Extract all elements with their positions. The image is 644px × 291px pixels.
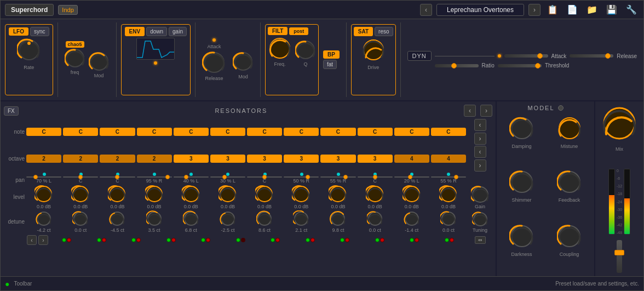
note-btn-9[interactable]: C (358, 128, 393, 136)
ch-on-11[interactable] (445, 238, 449, 242)
note-btn-8[interactable]: C (320, 128, 355, 136)
damping-knob[interactable] (509, 116, 534, 141)
freq-knob[interactable] (65, 48, 85, 69)
post-button[interactable]: post (289, 27, 308, 35)
q-knob[interactable] (295, 39, 316, 60)
down-button[interactable]: down (146, 27, 167, 36)
note-btn-1[interactable]: C (63, 128, 98, 136)
ch-on-7[interactable] (306, 238, 310, 242)
oct-btn-6[interactable]: 3 (247, 155, 282, 163)
detune-knob-11[interactable] (440, 210, 457, 227)
level-knob-10[interactable] (403, 185, 421, 203)
res-prev[interactable]: ‹ (464, 105, 476, 117)
note-btn-6[interactable]: C (247, 128, 282, 136)
oct-btn-1[interactable]: 2 (63, 155, 98, 163)
fat-button[interactable]: fat (323, 60, 337, 69)
preset-prev-button[interactable]: ‹ (420, 4, 432, 16)
link-button[interactable]: ⇔ (475, 236, 486, 244)
level-knob-6[interactable] (255, 185, 274, 203)
fx-button[interactable]: FX (4, 106, 19, 116)
env-attack-knob[interactable] (202, 50, 226, 75)
note-btn-10[interactable]: C (394, 128, 429, 136)
drive-knob[interactable] (361, 38, 386, 62)
detune-knob-6[interactable] (256, 210, 273, 227)
shimmer-knob[interactable] (509, 169, 534, 195)
detune-knob-3[interactable] (146, 210, 163, 227)
note-btn-5[interactable]: C (210, 128, 245, 136)
env-mod-knob[interactable] (233, 51, 254, 72)
ch-mute-6[interactable] (275, 238, 280, 242)
ch-on-1[interactable] (97, 238, 101, 242)
bp-button[interactable]: BP (323, 50, 340, 59)
level-knob-0[interactable] (34, 185, 53, 203)
detune-knob-0[interactable] (36, 210, 52, 227)
oct-btn-7[interactable]: 3 (284, 155, 319, 163)
paste-icon[interactable]: 📄 (565, 4, 580, 15)
note-btn-7[interactable]: C (284, 128, 319, 136)
wrench-icon[interactable]: 🔧 (624, 4, 639, 15)
level-knob-4[interactable] (182, 185, 200, 203)
note-nav-up[interactable]: ‹ (474, 119, 486, 131)
ch-on-0[interactable] (62, 238, 66, 242)
sync-button[interactable]: sync (30, 27, 49, 36)
ch-mute-5[interactable] (241, 238, 245, 242)
detune-knob-9[interactable] (367, 210, 383, 227)
detune-knob-2[interactable] (109, 210, 125, 227)
note-btn-2[interactable]: C (100, 128, 135, 136)
ch-mute-2[interactable] (136, 238, 141, 242)
copy-icon[interactable]: 📋 (545, 4, 560, 15)
note-nav-down[interactable]: › (474, 133, 486, 145)
preset-name[interactable]: Leprechaun Overtones (436, 4, 524, 16)
ch-on-3[interactable] (166, 238, 171, 242)
ch-mute-11[interactable] (450, 238, 454, 242)
detune-knob-5[interactable] (220, 210, 236, 227)
gain-knob[interactable] (471, 185, 490, 204)
rate-knob[interactable] (17, 38, 41, 62)
oct-btn-8[interactable]: 3 (320, 155, 355, 163)
ch-on-9[interactable] (375, 238, 380, 242)
coupling-knob[interactable] (557, 224, 582, 249)
save-icon[interactable]: 💾 (604, 4, 619, 15)
ch-on-4[interactable] (201, 238, 205, 242)
oct-btn-11[interactable]: 4 (431, 155, 466, 163)
ch-on-2[interactable] (131, 238, 136, 242)
darkness-knob[interactable] (509, 224, 534, 249)
freq-filter-knob[interactable] (268, 36, 292, 60)
tuning-knob[interactable] (472, 211, 488, 227)
ch-mute-3[interactable] (171, 238, 176, 242)
level-knob-2[interactable] (108, 185, 127, 203)
res-next[interactable]: › (480, 105, 492, 117)
oct-btn-10[interactable]: 4 (394, 155, 429, 163)
note-btn-0[interactable]: C (26, 128, 61, 136)
ch-on-6[interactable] (271, 238, 275, 242)
lfo-button[interactable]: LFO (9, 27, 28, 36)
mix-slider[interactable] (617, 240, 622, 273)
ch-mute-0[interactable] (67, 238, 71, 242)
preset-next-button[interactable]: › (528, 4, 540, 16)
sat-button[interactable]: SAT (354, 27, 373, 36)
detune-knob-10[interactable] (404, 210, 420, 227)
level-knob-5[interactable] (219, 185, 237, 203)
ch-mute-1[interactable] (102, 238, 106, 242)
level-knob-9[interactable] (366, 185, 384, 203)
ch-mute-4[interactable] (206, 238, 210, 242)
folder-icon[interactable]: 📁 (584, 4, 600, 15)
res-back[interactable]: ‹ (27, 235, 37, 245)
oct-btn-9[interactable]: 3 (358, 155, 393, 163)
ch-on-5[interactable] (236, 238, 240, 242)
model-led[interactable] (558, 105, 564, 111)
oct-btn-5[interactable]: 3 (210, 155, 245, 163)
reso-button[interactable]: reso (375, 27, 393, 36)
detune-knob-8[interactable] (330, 210, 346, 227)
ch-mute-10[interactable] (415, 238, 419, 242)
ch-mute-8[interactable] (345, 238, 349, 242)
oct-btn-0[interactable]: 2 (26, 155, 61, 163)
level-knob-7[interactable] (292, 185, 311, 203)
detune-knob-7[interactable] (293, 210, 309, 227)
power-led[interactable]: ● (5, 279, 9, 288)
level-knob-3[interactable] (145, 185, 164, 203)
gain-button[interactable]: gain (169, 27, 187, 36)
filt-button[interactable]: FILT (268, 27, 288, 35)
oct-nav-up[interactable]: ‹ (474, 146, 486, 158)
level-knob-1[interactable] (71, 185, 90, 203)
